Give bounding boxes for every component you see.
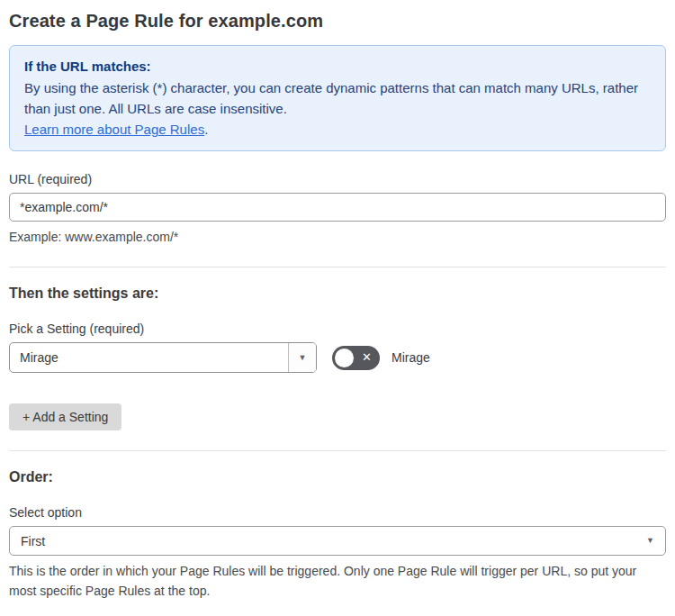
create-page-rule-form: Create a Page Rule for example.com If th… xyxy=(0,0,675,616)
divider xyxy=(9,267,666,267)
setting-select-arrow-button[interactable]: ▼ xyxy=(288,343,316,372)
add-setting-button[interactable]: + Add a Setting xyxy=(9,403,122,430)
url-input[interactable] xyxy=(9,193,666,222)
order-helper-text: This is the order in which your Page Rul… xyxy=(9,561,657,601)
order-select-value: First xyxy=(21,534,45,548)
url-helper-text: Example: www.example.com/* xyxy=(9,227,666,247)
order-section-heading: Order: xyxy=(9,469,666,485)
setting-select-value: Mirage xyxy=(10,343,288,372)
learn-more-link[interactable]: Learn more about Page Rules xyxy=(24,122,204,137)
info-box-body: By using the asterisk (*) character, you… xyxy=(24,77,645,119)
divider xyxy=(9,450,666,451)
order-select[interactable]: First ▼ xyxy=(9,526,666,556)
setting-picker-label: Pick a Setting (required) xyxy=(9,322,666,336)
mirage-toggle[interactable]: ✕ xyxy=(332,346,380,370)
toggle-knob xyxy=(335,349,354,367)
mirage-toggle-label: Mirage xyxy=(392,350,430,365)
toggle-x-icon: ✕ xyxy=(362,351,372,363)
url-match-info-box: If the URL matches: By using the asteris… xyxy=(9,45,666,151)
setting-row: Mirage ▼ ✕ Mirage xyxy=(9,342,666,373)
settings-section-heading: Then the settings are: xyxy=(9,285,666,302)
url-label: URL (required) xyxy=(9,172,666,186)
order-select-label: Select option xyxy=(9,505,666,520)
setting-select[interactable]: Mirage ▼ xyxy=(9,342,317,373)
page-title: Create a Page Rule for example.com xyxy=(9,11,666,32)
chevron-down-icon: ▼ xyxy=(646,537,654,545)
link-suffix-period: . xyxy=(204,122,208,137)
info-box-link-line: Learn more about Page Rules. xyxy=(24,119,651,140)
info-box-heading: If the URL matches: xyxy=(24,56,651,77)
chevron-down-icon: ▼ xyxy=(299,354,307,362)
